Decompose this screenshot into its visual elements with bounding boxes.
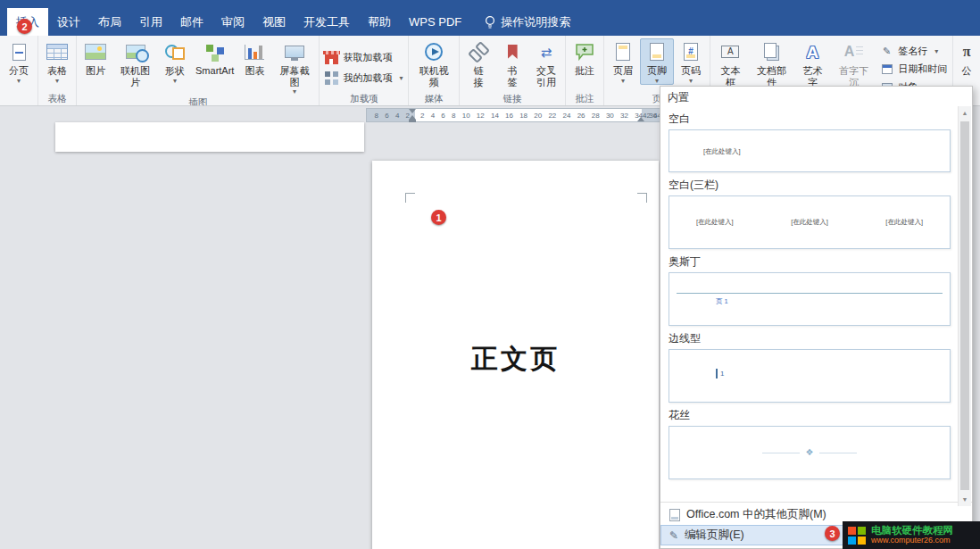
tab-wps-pdf[interactable]: WPS PDF (400, 8, 470, 36)
right-indent-marker[interactable] (637, 115, 644, 121)
ribbon-group-media: 联机视频 媒体 (409, 36, 460, 105)
online-pictures-button[interactable]: 联机图片 (112, 38, 158, 87)
chevron-down-icon: ▾ (293, 88, 296, 96)
footer-template-blank-three-column[interactable]: [在此处键入] [在此处键入] [在此处键入] (669, 195, 951, 249)
tab-layout[interactable]: 布局 (89, 8, 130, 36)
document-page[interactable]: 正文页 (372, 161, 659, 549)
drop-cap-label: 首字下沉 (835, 65, 873, 87)
indent-marker[interactable] (409, 109, 416, 122)
placeholder-text: [在此处键入] (791, 218, 828, 227)
gallery-item: 边线型 1 (669, 326, 951, 403)
bookmark-button[interactable]: 书签 (495, 38, 529, 87)
ribbon-group-addins: 获取加载项 我的加载项 ▾ 加载项 (320, 36, 409, 105)
edit-footer-icon: ✎ (669, 530, 678, 541)
margin-crop-mark (637, 193, 647, 203)
group-label-addins: 加载项 (321, 92, 406, 105)
callout-badge-2: 2 (17, 19, 32, 34)
link-button[interactable]: 链接 (461, 38, 495, 87)
online-pictures-label: 联机图片 (116, 65, 154, 87)
ribbon-group-illustrations: 图片 联机图片 形状 ▾ SmartArt 图表 (77, 36, 320, 105)
screenshot-button[interactable]: 屏幕截图 ▾ (271, 38, 317, 96)
gallery-item: 空白(三栏) [在此处键入] [在此处键入] [在此处键入] (669, 172, 951, 249)
footer-template-austin[interactable]: 页 1 (669, 272, 951, 326)
chart-label: 图表 (245, 65, 264, 77)
tab-view[interactable]: 视图 (253, 8, 295, 36)
scroll-down-arrow[interactable]: ▼ (959, 493, 971, 506)
previous-page-bottom[interactable] (55, 122, 364, 152)
link-icon (465, 40, 492, 63)
chevron-down-icon: ▾ (934, 47, 938, 55)
callout-badge-1: 1 (431, 210, 446, 225)
ribbon-group-tables: 表格 ▾ 表格 (38, 36, 77, 105)
word-window: 插入 设计 布局 引用 邮件 审阅 视图 开发工具 帮助 WPS PDF 操作说… (0, 0, 980, 549)
signature-line-button[interactable]: ✎ 签名行 ▾ (876, 43, 951, 60)
tab-mailings[interactable]: 邮件 (171, 8, 212, 36)
footer-template-filigree[interactable]: ❖ (669, 426, 951, 479)
page-number-button[interactable]: # 页码 ▾ (674, 38, 708, 85)
quick-parts-label: 文档部件 (752, 65, 791, 87)
tab-references[interactable]: 引用 (130, 8, 171, 36)
footer-template-name-filigree: 花丝 (669, 403, 951, 426)
my-addins-label: 我的加载项 (343, 71, 392, 85)
picture-button[interactable]: 图片 (79, 38, 112, 77)
tab-design[interactable]: 设计 (48, 8, 89, 36)
footer-template-name-blank-three: 空白(三栏) (669, 172, 951, 195)
ornament-icon: ❖ (806, 448, 814, 457)
date-time-button[interactable]: 日期和时间 (876, 61, 951, 78)
my-addins-icon (325, 71, 338, 85)
smartart-button[interactable]: SmartArt (192, 38, 237, 77)
footer-template-name-blank: 空白 (669, 106, 951, 129)
divider-line (762, 453, 800, 453)
page-break-button[interactable]: 分页 ▾ (2, 38, 36, 85)
gallery-item: 花丝 ❖ (669, 403, 951, 479)
online-video-button[interactable]: 联机视频 (411, 38, 457, 87)
tab-help[interactable]: 帮助 (359, 8, 400, 36)
equation-icon: π (953, 40, 980, 63)
group-label-tables: 表格 (40, 92, 74, 105)
footer-template-name-sideline: 边线型 (669, 326, 951, 349)
picture-icon (82, 40, 109, 63)
divider-line (819, 453, 857, 453)
gallery-section-header: 内置 (660, 87, 972, 106)
table-button[interactable]: 表格 ▾ (40, 38, 74, 85)
tab-developer[interactable]: 开发工具 (295, 8, 359, 36)
header-button[interactable]: 页眉 ▾ (606, 38, 640, 85)
link-label: 链接 (473, 65, 485, 87)
page-number-label: 页码 (681, 65, 701, 77)
my-addins-button[interactable]: 我的加载项 ▾ (321, 70, 406, 87)
group-label-links: 链接 (461, 92, 563, 105)
horizontal-ruler: 8 6 4 2 2 4 6 8 10 12 14 16 18 20 22 24 … (366, 108, 660, 122)
scrollbar-thumb[interactable] (960, 121, 969, 490)
tab-review[interactable]: 审阅 (212, 8, 253, 36)
site-watermark: 电脑软硬件教程网 www.computer26.com (843, 521, 980, 549)
table-icon (44, 40, 71, 63)
comment-button[interactable]: 批注 (568, 38, 602, 77)
watermark-text: 电脑软硬件教程网 www.computer26.com (871, 525, 953, 546)
margin-crop-mark (405, 193, 415, 203)
footer-template-sideline[interactable]: 1 (669, 349, 951, 403)
smartart-label: SmartArt (195, 65, 234, 77)
lightbulb-icon (485, 15, 495, 29)
cross-reference-button[interactable]: ⇄ 交叉引用 (529, 38, 563, 87)
document-body-text: 正文页 (372, 341, 659, 378)
wordart-label: 艺术字 (798, 65, 827, 87)
tell-me-search[interactable]: 操作说明搜索 (485, 8, 570, 36)
group-label-media: 媒体 (411, 92, 457, 105)
date-time-label: 日期和时间 (898, 62, 947, 76)
page-number-preview: 1 (716, 369, 724, 378)
wordart-icon: A (799, 40, 826, 63)
scroll-up-arrow[interactable]: ▲ (959, 106, 971, 120)
footer-template-blank[interactable]: [在此处键入] (669, 129, 951, 172)
get-addins-button[interactable]: 获取加载项 (321, 49, 395, 66)
shapes-button[interactable]: 形状 ▾ (158, 38, 192, 85)
cross-reference-icon: ⇄ (533, 40, 560, 63)
gallery-scrollbar[interactable]: ▲ ▼ (958, 106, 971, 506)
chart-button[interactable]: 图表 (237, 38, 271, 77)
signature-line-label: 签名行 (898, 45, 927, 58)
watermark-site-name: 电脑软硬件教程网 (871, 525, 953, 537)
equation-button[interactable]: π 公 (953, 38, 980, 77)
ruler-numbers: 2 4 6 8 10 12 14 16 18 20 22 24 26 28 30… (420, 109, 640, 121)
comment-label: 批注 (575, 65, 594, 77)
footer-button[interactable]: 页脚 ▾ (640, 38, 674, 85)
chart-icon (241, 40, 268, 63)
